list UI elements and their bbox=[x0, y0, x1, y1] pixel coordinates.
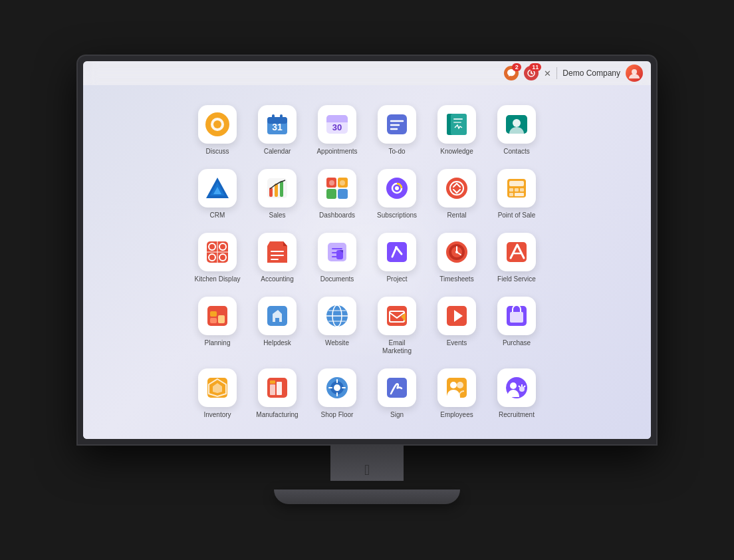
app-icon-planning bbox=[198, 297, 237, 335]
svg-rect-86 bbox=[510, 312, 523, 323]
app-icon-fieldservice bbox=[497, 233, 536, 271]
app-item-crm[interactable]: CRM bbox=[191, 169, 244, 219]
app-item-timesheets[interactable]: Timesheets bbox=[430, 233, 483, 283]
svg-point-107 bbox=[519, 386, 525, 392]
apple-logo:  bbox=[364, 462, 370, 479]
svg-rect-72 bbox=[210, 311, 217, 317]
svg-rect-43 bbox=[509, 188, 513, 192]
svg-point-38 bbox=[395, 186, 399, 190]
app-item-rental[interactable]: Rental bbox=[430, 169, 483, 219]
app-item-employees[interactable]: Employees bbox=[430, 368, 483, 419]
svg-rect-99 bbox=[328, 387, 332, 388]
app-label-documents: Documents bbox=[320, 275, 354, 283]
app-item-documents[interactable]: Documents bbox=[310, 233, 364, 283]
app-label-appointments: Appointments bbox=[316, 148, 357, 156]
svg-text:30: 30 bbox=[332, 122, 342, 132]
app-item-knowledge[interactable]: Knowledge bbox=[430, 105, 483, 156]
svg-rect-21 bbox=[453, 122, 461, 123]
app-item-accounting[interactable]: Accounting bbox=[251, 233, 304, 283]
svg-text:31: 31 bbox=[272, 122, 283, 132]
svg-point-39 bbox=[446, 178, 467, 199]
app-label-todo: To-do bbox=[388, 148, 405, 156]
svg-rect-28 bbox=[269, 188, 273, 197]
app-item-fieldservice[interactable]: Field Service bbox=[490, 233, 543, 283]
app-icon-discuss bbox=[198, 105, 237, 144]
app-icon-knowledge bbox=[437, 105, 476, 144]
app-icon-kitchen bbox=[198, 233, 237, 271]
user-avatar[interactable] bbox=[626, 65, 643, 82]
app-grid: Discuss 31 Calendar 30 Appointments To-d… bbox=[191, 105, 543, 419]
app-icon-sales bbox=[258, 169, 297, 208]
company-name[interactable]: Demo Company bbox=[562, 69, 620, 78]
app-icon-helpdesk bbox=[258, 297, 297, 335]
app-item-shopfloor[interactable]: Shop Floor bbox=[310, 368, 364, 419]
app-item-pos[interactable]: Point of Sale bbox=[490, 169, 543, 219]
app-item-website[interactable]: Website bbox=[310, 297, 364, 355]
app-icon-project bbox=[378, 233, 416, 271]
close-x[interactable]: ✕ bbox=[544, 69, 551, 78]
app-label-website: Website bbox=[325, 339, 349, 347]
app-item-sign[interactable]: Sign bbox=[370, 368, 424, 419]
svg-rect-30 bbox=[280, 181, 283, 197]
app-item-appointments[interactable]: 30 Appointments bbox=[310, 105, 364, 156]
app-item-inventory[interactable]: Inventory bbox=[191, 368, 244, 419]
app-item-calendar[interactable]: 31 Calendar bbox=[251, 105, 304, 156]
app-item-contacts[interactable]: Contacts bbox=[490, 105, 543, 156]
svg-rect-73 bbox=[218, 315, 225, 323]
svg-point-23 bbox=[513, 119, 521, 127]
app-label-pos: Point of Sale bbox=[498, 211, 536, 219]
app-label-project: Project bbox=[386, 275, 407, 283]
svg-point-36 bbox=[340, 180, 345, 186]
svg-rect-44 bbox=[515, 188, 519, 192]
app-item-dashboards[interactable]: Dashboards bbox=[310, 169, 364, 219]
app-label-calendar: Calendar bbox=[264, 148, 291, 156]
message-count: 2 bbox=[512, 63, 521, 71]
app-label-rental: Rental bbox=[447, 211, 467, 219]
svg-rect-45 bbox=[520, 188, 524, 192]
app-item-subscriptions[interactable]: Subscriptions bbox=[370, 169, 424, 219]
svg-rect-91 bbox=[270, 384, 275, 395]
app-item-project[interactable]: Project bbox=[370, 233, 424, 283]
app-icon-contacts bbox=[497, 105, 536, 144]
app-icon-todo bbox=[378, 105, 416, 144]
app-item-email_marketing[interactable]: Email Marketing bbox=[370, 297, 424, 355]
app-item-kitchen[interactable]: Kitchen Display bbox=[191, 233, 244, 283]
svg-point-1 bbox=[632, 69, 637, 74]
svg-rect-97 bbox=[336, 379, 338, 383]
app-icon-employees bbox=[437, 368, 476, 407]
app-label-discuss: Discuss bbox=[205, 148, 229, 156]
svg-point-62 bbox=[395, 246, 398, 249]
svg-point-68 bbox=[455, 251, 458, 253]
svg-rect-92 bbox=[277, 382, 282, 395]
stand-base:  bbox=[274, 490, 460, 504]
app-icon-crm bbox=[198, 169, 237, 208]
activity-badge[interactable]: 11 bbox=[524, 66, 539, 80]
app-label-email_marketing: Email Marketing bbox=[374, 339, 420, 355]
app-item-recruitment[interactable]: Recruitment bbox=[490, 368, 543, 419]
app-item-sales[interactable]: Sales bbox=[251, 169, 304, 219]
app-item-helpdesk[interactable]: Helpdesk bbox=[251, 297, 304, 355]
app-label-shopfloor: Shop Floor bbox=[321, 411, 354, 419]
app-icon-purchase bbox=[497, 297, 536, 335]
app-icon-sign bbox=[378, 368, 416, 407]
app-icon-email_marketing bbox=[378, 297, 416, 335]
svg-line-109 bbox=[519, 386, 520, 387]
message-badge[interactable]: 2 bbox=[504, 66, 519, 80]
app-item-purchase[interactable]: Purchase bbox=[490, 297, 543, 355]
app-icon-recruitment bbox=[497, 368, 536, 407]
app-item-planning[interactable]: Planning bbox=[191, 297, 244, 355]
screen-content: 2 11 ✕ Demo Company bbox=[83, 61, 651, 439]
imac-stand:  bbox=[78, 444, 656, 504]
app-grid-area: Discuss 31 Calendar 30 Appointments To-d… bbox=[83, 85, 651, 439]
app-item-events[interactable]: Events bbox=[430, 297, 483, 355]
svg-rect-34 bbox=[338, 189, 348, 199]
app-label-sign: Sign bbox=[390, 411, 404, 419]
svg-rect-61 bbox=[387, 242, 407, 262]
svg-point-106 bbox=[510, 382, 517, 389]
app-item-todo[interactable]: To-do bbox=[370, 105, 424, 156]
app-icon-subscriptions bbox=[378, 169, 416, 208]
svg-rect-46 bbox=[509, 193, 513, 196]
app-item-manufacturing[interactable]: Manufacturing bbox=[251, 368, 304, 419]
app-icon-rental bbox=[437, 169, 476, 208]
app-item-discuss[interactable]: Discuss bbox=[191, 105, 244, 156]
